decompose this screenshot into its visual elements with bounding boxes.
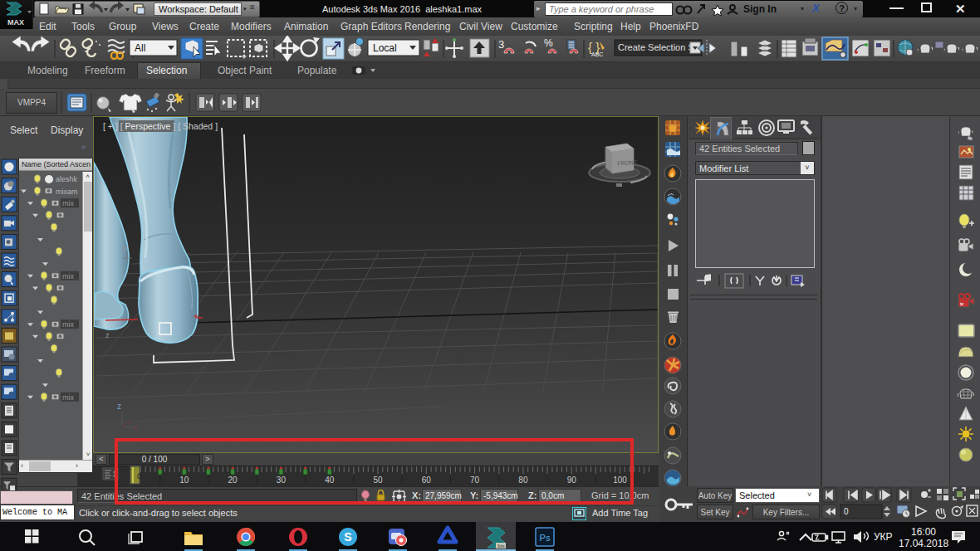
svg-text:0: 0 — [844, 507, 849, 516]
svg-text:УКР: УКР — [874, 531, 893, 543]
svg-text:z: z — [105, 331, 110, 339]
svg-text:mixam: mixam — [56, 188, 78, 196]
svg-text:All: All — [135, 42, 145, 54]
svg-text:mix: mix — [62, 199, 74, 207]
svg-text:x: x — [134, 424, 138, 432]
svg-text:mix: mix — [62, 393, 74, 402]
svg-text:[ + ] [ Perspective ] [ Shaded: [ + ] [ Perspective ] [ Shaded ] — [103, 121, 218, 131]
svg-text:Ps: Ps — [540, 533, 551, 543]
svg-text:ABC: ABC — [591, 51, 603, 57]
svg-text:16:00: 16:00 — [911, 526, 936, 538]
svg-text:Create Selection Se: Create Selection Se — [618, 42, 699, 52]
svg-text:aleshk: aleshk — [56, 175, 78, 183]
svg-text:3ds: 3ds — [497, 544, 505, 549]
svg-text:mix: mix — [62, 272, 74, 280]
svg-text:y: y — [123, 243, 127, 251]
svg-text:z: z — [117, 402, 121, 411]
svg-text:MAX: MAX — [7, 18, 24, 27]
svg-text:Local: Local — [373, 42, 397, 54]
svg-text:3: 3 — [498, 38, 504, 51]
svg-text:17.04.2018: 17.04.2018 — [899, 538, 948, 549]
svg-text:%: % — [544, 37, 553, 49]
svg-text:S: S — [344, 530, 351, 544]
svg-text:mix: mix — [62, 320, 74, 329]
